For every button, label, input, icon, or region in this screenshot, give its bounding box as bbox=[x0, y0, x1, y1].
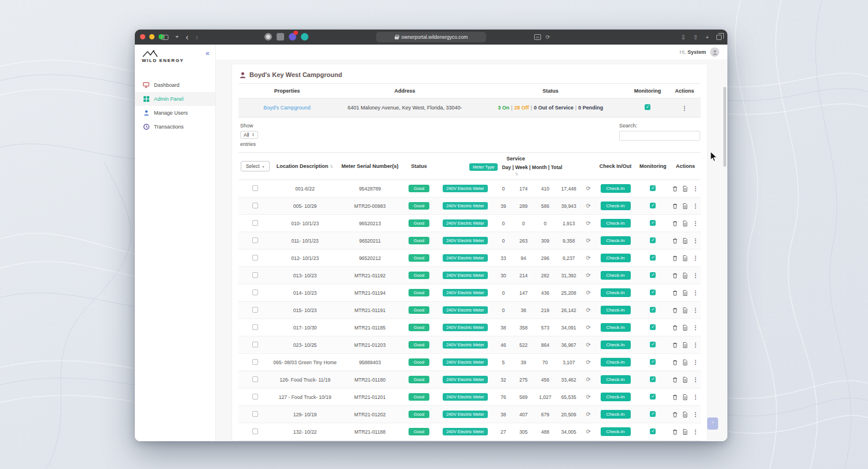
monitoring-checkbox[interactable] bbox=[650, 237, 656, 243]
sidebar-collapse-icon[interactable]: « bbox=[205, 50, 209, 57]
check-in-button[interactable]: Check-In bbox=[601, 340, 631, 349]
check-in-button[interactable]: Check-In bbox=[601, 358, 631, 367]
row-kebab-icon[interactable]: ⋮ bbox=[693, 220, 698, 226]
row-checkbox[interactable] bbox=[252, 255, 258, 261]
minimize-window-button[interactable] bbox=[149, 34, 155, 39]
monitoring-checkbox[interactable] bbox=[650, 394, 656, 400]
refresh-icon[interactable]: ⟳ bbox=[586, 342, 591, 348]
row-checkbox[interactable] bbox=[252, 428, 258, 434]
col-location-description[interactable]: Location Description bbox=[272, 153, 339, 180]
row-checkbox[interactable] bbox=[252, 376, 258, 382]
row-checkbox[interactable] bbox=[252, 394, 258, 400]
refresh-icon[interactable]: ⟳ bbox=[586, 411, 591, 417]
sidebar-item-transactions[interactable]: Transactions bbox=[135, 120, 215, 134]
row-checkbox[interactable] bbox=[252, 307, 258, 313]
trash-icon[interactable] bbox=[672, 307, 678, 313]
trash-icon[interactable] bbox=[672, 255, 678, 261]
row-kebab-icon[interactable]: ⋮ bbox=[693, 185, 698, 192]
new-tab-icon[interactable]: + bbox=[705, 34, 709, 41]
property-monitoring-checkbox[interactable] bbox=[645, 104, 650, 110]
monitoring-checkbox[interactable] bbox=[650, 290, 656, 295]
check-in-button[interactable]: Check-In bbox=[601, 288, 631, 297]
row-kebab-icon[interactable]: ⋮ bbox=[693, 394, 698, 400]
monitoring-checkbox[interactable] bbox=[650, 376, 656, 382]
page-scrollbar-thumb[interactable] bbox=[723, 87, 726, 167]
sidebar-item-manage-users[interactable]: Manage Users bbox=[135, 106, 215, 120]
close-window-button[interactable] bbox=[140, 34, 145, 39]
trash-icon[interactable] bbox=[672, 238, 678, 244]
check-in-button[interactable]: Check-In bbox=[601, 323, 631, 332]
monitoring-checkbox[interactable] bbox=[650, 307, 656, 313]
sidebar-item-admin-panel[interactable]: Admin Panel bbox=[135, 92, 215, 106]
trash-icon[interactable] bbox=[672, 342, 678, 348]
app-extension-icon[interactable] bbox=[289, 33, 296, 41]
profile-extension-icon[interactable] bbox=[264, 33, 272, 41]
row-kebab-icon[interactable]: ⋮ bbox=[693, 307, 698, 313]
back-button[interactable]: ‹ bbox=[186, 30, 189, 45]
monitoring-checkbox[interactable] bbox=[650, 203, 656, 208]
document-icon[interactable] bbox=[683, 255, 687, 261]
check-in-button[interactable]: Check-In bbox=[601, 219, 631, 228]
row-checkbox[interactable] bbox=[252, 203, 258, 208]
forward-button[interactable]: › bbox=[196, 30, 198, 45]
monitoring-checkbox[interactable] bbox=[650, 220, 656, 226]
check-in-button[interactable]: Check-In bbox=[601, 393, 631, 401]
trash-icon[interactable] bbox=[672, 394, 678, 400]
document-icon[interactable] bbox=[683, 290, 687, 296]
trash-icon[interactable] bbox=[672, 377, 678, 383]
check-in-button[interactable]: Check-In bbox=[601, 236, 631, 245]
monitoring-checkbox[interactable] bbox=[650, 411, 656, 417]
row-checkbox[interactable] bbox=[252, 324, 258, 330]
row-kebab-icon[interactable]: ⋮ bbox=[693, 342, 698, 348]
col-status[interactable]: Status bbox=[402, 153, 436, 180]
share-icon[interactable]: ⇧ bbox=[693, 34, 698, 41]
document-icon[interactable] bbox=[683, 273, 687, 279]
row-kebab-icon[interactable]: ⋮ bbox=[693, 203, 698, 209]
camera-extension-icon[interactable] bbox=[277, 33, 284, 41]
check-in-button[interactable]: Check-In bbox=[601, 375, 631, 384]
document-icon[interactable] bbox=[683, 238, 687, 244]
scroll-to-top-button[interactable]: ⌃ bbox=[707, 417, 718, 430]
document-icon[interactable] bbox=[683, 307, 687, 313]
chevron-down-icon[interactable] bbox=[175, 36, 179, 38]
row-checkbox[interactable] bbox=[252, 220, 258, 226]
col-meter-serial[interactable]: Meter Serial Number(s) bbox=[339, 153, 402, 180]
document-icon[interactable] bbox=[683, 360, 687, 365]
row-kebab-icon[interactable]: ⋮ bbox=[693, 272, 698, 279]
row-kebab-icon[interactable]: ⋮ bbox=[693, 290, 698, 296]
col-service[interactable]: Service Meter Type Day | Week | Month | … bbox=[436, 153, 595, 180]
row-checkbox[interactable] bbox=[252, 411, 258, 417]
refresh-icon[interactable]: ⟳ bbox=[586, 237, 591, 244]
document-icon[interactable] bbox=[683, 377, 687, 383]
monitoring-checkbox[interactable] bbox=[650, 428, 656, 434]
address-bar[interactable]: ownerportal.wildenergyco.com bbox=[376, 32, 486, 42]
refresh-icon[interactable]: ⟳ bbox=[586, 359, 591, 365]
monitoring-checkbox[interactable] bbox=[650, 359, 656, 365]
refresh-icon[interactable]: ⟳ bbox=[586, 255, 591, 261]
refresh-icon[interactable]: ⟳ bbox=[586, 220, 591, 226]
row-kebab-icon[interactable]: ⋮ bbox=[693, 237, 698, 244]
row-checkbox[interactable] bbox=[252, 185, 258, 191]
page-length-select[interactable]: All ⇕ bbox=[240, 131, 258, 139]
row-checkbox[interactable] bbox=[252, 272, 258, 278]
reload-icon[interactable]: ⟳ bbox=[546, 34, 550, 40]
trash-icon[interactable] bbox=[672, 290, 678, 296]
monitoring-checkbox[interactable] bbox=[650, 185, 656, 191]
document-icon[interactable] bbox=[683, 394, 687, 400]
check-in-button[interactable]: Check-In bbox=[601, 254, 631, 262]
check-in-button[interactable]: Check-In bbox=[601, 271, 631, 280]
refresh-icon[interactable]: ⟳ bbox=[586, 203, 591, 209]
monitoring-checkbox[interactable] bbox=[650, 324, 656, 330]
row-checkbox[interactable] bbox=[252, 359, 258, 365]
refresh-icon[interactable]: ⟳ bbox=[586, 307, 591, 313]
row-kebab-icon[interactable]: ⋮ bbox=[693, 324, 698, 331]
document-icon[interactable] bbox=[683, 429, 687, 435]
check-in-button[interactable]: Check-In bbox=[601, 184, 631, 193]
check-in-button[interactable]: Check-In bbox=[601, 427, 631, 436]
row-kebab-icon[interactable]: ⋮ bbox=[693, 359, 698, 365]
sidebar-item-dashboard[interactable]: Dashboard bbox=[135, 78, 215, 92]
document-icon[interactable] bbox=[683, 186, 687, 192]
property-kebab-icon[interactable]: ⋮ bbox=[682, 105, 687, 111]
browser-sidebar-icon[interactable] bbox=[161, 35, 168, 40]
check-in-button[interactable]: Check-In bbox=[601, 306, 631, 314]
